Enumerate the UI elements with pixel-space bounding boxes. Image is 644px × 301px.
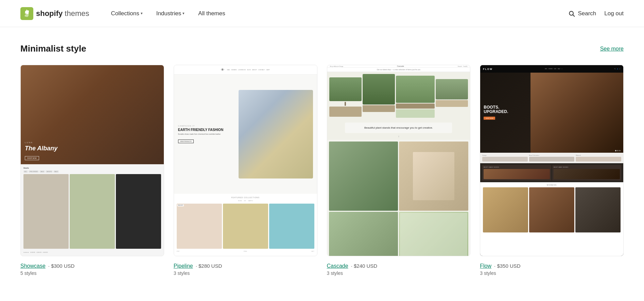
showcase-grid: Heels ALLPRE-ORDERSALENEW INSALE ★★★★ £1… (21, 164, 164, 256)
flow-name-link[interactable]: Flow (480, 263, 491, 269)
nav-collections[interactable]: Collections ▾ (106, 7, 148, 20)
svg-line-2 (573, 15, 575, 16)
showcase-thumbnail: LUNA The Albany SHOP NOW Heels ALLPRE-OR… (20, 65, 164, 256)
pipeline-name-link[interactable]: Pipeline (174, 263, 193, 269)
pipeline-price: · $280 USD (196, 263, 222, 269)
shopify-logo-icon (20, 7, 33, 20)
pipeline-logo-icon: 👁 (221, 68, 224, 72)
pipeline-thumbnail: 👁 BAGWOMENLOOKBOOKBLOGABOUTCONTACTCART C… (174, 65, 317, 256)
flow-styles: 3 styles (480, 270, 624, 276)
theme-card-showcase[interactable]: LUNA The Albany SHOP NOW Heels ALLPRE-OR… (20, 65, 164, 277)
themes-grid: LUNA The Albany SHOP NOW Heels ALLPRE-OR… (20, 65, 624, 277)
flow-info: Flow · $350 USD 3 styles (480, 262, 624, 277)
showcase-styles: 5 styles (20, 270, 164, 276)
theme-card-cascade[interactable]: Shop ▾ About ▾ Range Cascade Search Cart… (327, 65, 471, 277)
section-title: Minimalist style (20, 43, 86, 54)
logo[interactable]: shopify themes (20, 7, 89, 20)
pipeline-collections: FEATURED COLLECTIONS ROSEIVYEARTH SOLD O… (174, 194, 317, 256)
see-more-link[interactable]: See more (600, 46, 624, 52)
industries-chevron-icon: ▾ (182, 11, 185, 16)
showcase-price: · $300 USD (48, 263, 75, 269)
showcase-hero: LUNA The Albany SHOP NOW (21, 65, 164, 164)
theme-card-flow[interactable]: FLOW MENWOMENKIDSSALE▾ 🔍 👤 🛒 BOOTS.UPGRA… (480, 65, 624, 277)
cascade-info: Cascade · $240 USD 3 styles (327, 262, 471, 277)
nav-all-themes[interactable]: All themes (193, 7, 230, 20)
flow-header: FLOW MENWOMENKIDSSALE▾ 🔍 👤 🛒 (480, 65, 623, 73)
cascade-thumbnail: Shop ▾ About ▾ Range Cascade Search Cart… (327, 65, 471, 256)
showcase-info: Showcase · $300 USD 5 styles (20, 262, 164, 277)
header: shopify themes Collections ▾ Industries … (0, 0, 644, 27)
search-button[interactable]: Search (568, 10, 596, 17)
collections-chevron-icon: ▾ (141, 11, 143, 16)
main-nav: Collections ▾ Industries ▾ All themes (106, 7, 569, 20)
flow-thumbnail: FLOW MENWOMENKIDSSALE▾ 🔍 👤 🛒 BOOTS.UPGRA… (480, 65, 624, 256)
nav-industries[interactable]: Industries ▾ (151, 7, 190, 20)
cascade-header: Shop ▾ About ▾ Range Cascade Search Cart… (327, 65, 470, 68)
cascade-name-link[interactable]: Cascade (327, 263, 348, 269)
pipeline-styles: 3 styles (174, 270, 317, 276)
cascade-styles: 3 styles (327, 270, 471, 276)
showcase-name-link[interactable]: Showcase (20, 263, 46, 269)
pipeline-info: Pipeline · $280 USD 3 styles (174, 262, 317, 277)
flow-price: · $350 USD (494, 263, 521, 269)
theme-card-pipeline[interactable]: 👁 BAGWOMENLOOKBOOKBLOGABOUTCONTACTCART C… (174, 65, 317, 277)
section-header: Minimalist style See more (20, 43, 624, 54)
logout-button[interactable]: Log out (604, 10, 624, 17)
pipeline-hero: CAMPAIGN IT EARTH FRIENDLY FASHION Durab… (174, 75, 317, 194)
cascade-price: · $240 USD (351, 263, 378, 269)
logo-text: shopify themes (36, 9, 89, 18)
search-icon (568, 10, 575, 17)
header-right: Search Log out (568, 10, 624, 17)
main-content: Minimalist style See more LUNA The Alban… (0, 27, 644, 294)
pipeline-header: 👁 BAGWOMENLOOKBOOKBLOGABOUTCONTACTCART (174, 65, 317, 75)
